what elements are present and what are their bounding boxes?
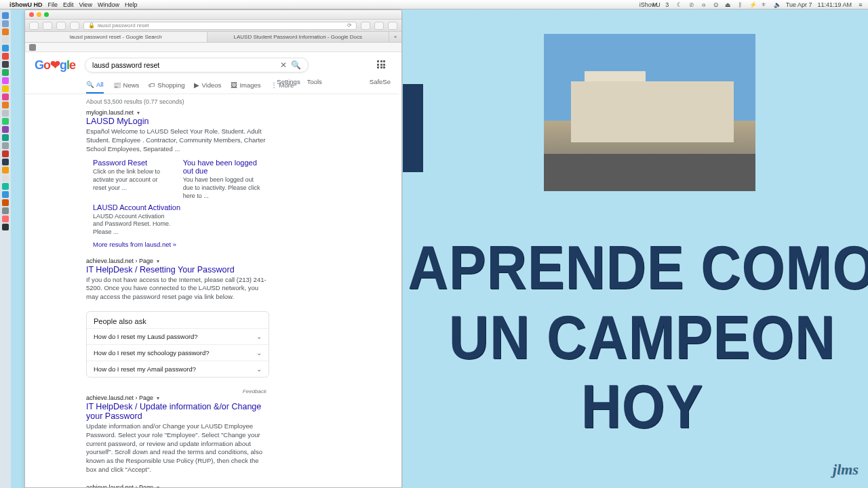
menu-window[interactable]: Window bbox=[98, 1, 119, 8]
clear-search-icon[interactable]: ✕ bbox=[276, 60, 291, 70]
share-button[interactable] bbox=[70, 22, 79, 30]
school-building-photo bbox=[544, 34, 755, 191]
dock-app-icon[interactable] bbox=[2, 69, 9, 76]
dock-app-icon[interactable] bbox=[2, 77, 9, 84]
status-menu-icon[interactable]: ≡ bbox=[857, 1, 864, 8]
new-tab-button[interactable]: + bbox=[389, 32, 401, 42]
dock-app-icon[interactable] bbox=[2, 28, 9, 35]
status-volume-icon[interactable]: 🔈 bbox=[774, 1, 781, 8]
dock-app-icon[interactable] bbox=[2, 159, 9, 165]
nav-tools[interactable]: Tools bbox=[307, 78, 322, 85]
nav-settings[interactable]: Settings bbox=[277, 78, 300, 85]
search-icon[interactable]: 🔍 bbox=[291, 60, 301, 70]
more-results-link[interactable]: More results from lausd.net » bbox=[93, 241, 269, 248]
forward-button[interactable] bbox=[56, 22, 66, 30]
newtab-button[interactable] bbox=[374, 22, 384, 30]
reload-icon[interactable]: ⟳ bbox=[347, 22, 352, 28]
nav-news[interactable]: 📰 News bbox=[113, 78, 140, 94]
app-name[interactable]: iShowU HD bbox=[9, 1, 43, 8]
sitelink-title[interactable]: You have been logged out due bbox=[183, 159, 269, 175]
reader-view-icon[interactable] bbox=[29, 44, 36, 51]
cite-dropdown-icon[interactable]: ▾ bbox=[155, 485, 159, 487]
jlms-logo: jlms bbox=[833, 461, 859, 479]
browser-tab[interactable]: lausd password reset - Google Search bbox=[25, 32, 208, 42]
search-box[interactable]: ✕ 🔍 bbox=[85, 58, 309, 73]
back-button[interactable] bbox=[43, 22, 52, 30]
download-button[interactable] bbox=[361, 22, 370, 30]
paa-question[interactable]: How do I reset my Amail password?⌄ bbox=[87, 361, 269, 377]
dock-app-icon[interactable] bbox=[2, 207, 9, 214]
cite-dropdown-icon[interactable]: ▾ bbox=[155, 395, 159, 401]
status-battery-icon[interactable]: ⚡ bbox=[749, 1, 756, 8]
cite-dropdown-icon[interactable]: ▾ bbox=[136, 110, 140, 116]
nav-safesearch[interactable]: SafeSe bbox=[370, 78, 391, 85]
sitelink-title[interactable]: LAUSD Account Activation bbox=[93, 203, 180, 211]
dock-app-icon[interactable] bbox=[2, 142, 9, 149]
status-eject-icon[interactable]: ⏏ bbox=[725, 1, 732, 8]
close-window-icon[interactable] bbox=[29, 12, 34, 17]
dock-app-icon[interactable] bbox=[2, 94, 9, 100]
sidebar-toggle-button[interactable] bbox=[29, 22, 39, 30]
dock-app-icon[interactable] bbox=[2, 110, 9, 117]
dock-app-icon[interactable] bbox=[2, 126, 9, 133]
nav-videos[interactable]: ▶ Videos bbox=[194, 78, 221, 94]
feedback-link[interactable]: Feedback bbox=[86, 387, 269, 394]
dock-app-icon[interactable] bbox=[2, 53, 9, 60]
status-timemachine-icon[interactable]: ⊙ bbox=[713, 1, 719, 8]
dock-app-icon[interactable] bbox=[2, 134, 9, 141]
dock-app-icon[interactable] bbox=[2, 224, 9, 230]
cite-dropdown-icon[interactable]: ▾ bbox=[155, 258, 159, 264]
dock-mail-icon[interactable] bbox=[2, 45, 9, 52]
browser-tab[interactable]: LAUSD Student Password Information - Goo… bbox=[208, 32, 390, 42]
dock-app-icon[interactable] bbox=[2, 175, 9, 182]
tabs-button[interactable] bbox=[388, 22, 397, 30]
menu-view[interactable]: View bbox=[79, 1, 92, 8]
dock-app-icon[interactable] bbox=[2, 102, 9, 108]
status-wifi-icon[interactable]: ᯤ bbox=[762, 1, 768, 8]
dock-app-icon[interactable] bbox=[2, 61, 9, 68]
result-title[interactable]: IT HelpDesk / Update information &/or Ch… bbox=[86, 402, 269, 421]
nav-all[interactable]: 🔍 All bbox=[86, 78, 104, 94]
search-result: achieve.lausd.net › Page ▾ IT HelpDesk /… bbox=[86, 394, 269, 474]
dock-app-icon[interactable] bbox=[2, 167, 9, 174]
status-3[interactable]: 3 bbox=[664, 1, 671, 8]
result-snippet: Español Welcome to LAUSD Select Your Rol… bbox=[86, 127, 269, 153]
nav-shopping[interactable]: 🏷 Shopping bbox=[149, 78, 184, 94]
minimize-window-icon[interactable] bbox=[37, 12, 41, 17]
status-sync-icon[interactable]: ⌾ bbox=[701, 1, 707, 8]
dock-app-icon[interactable] bbox=[2, 191, 9, 198]
dock-app-icon[interactable] bbox=[2, 118, 9, 125]
paa-question[interactable]: How do I reset my Lausd password?⌄ bbox=[87, 328, 269, 344]
address-bar[interactable]: 🔒 lausd password reset ⟳ bbox=[83, 22, 357, 30]
status-m[interactable]: M bbox=[652, 1, 658, 8]
paa-question[interactable]: How do I reset my schoology password?⌄ bbox=[87, 344, 269, 361]
maximize-window-icon[interactable] bbox=[44, 12, 49, 17]
google-logo[interactable]: Go❤gle bbox=[35, 58, 75, 73]
status-ishowu[interactable]: iShowU HD bbox=[639, 1, 646, 8]
nav-images[interactable]: 🖼 Images bbox=[231, 78, 260, 94]
status-display-icon[interactable]: ⎚ bbox=[688, 1, 695, 8]
dock-app-icon[interactable] bbox=[2, 183, 9, 190]
search-input[interactable] bbox=[92, 61, 276, 69]
menubar-time[interactable]: 11:41:19 AM bbox=[817, 1, 852, 8]
result-stats: About 53,500 results (0.77 seconds) bbox=[25, 94, 399, 109]
google-apps-icon[interactable] bbox=[377, 60, 387, 70]
dock-app-icon[interactable] bbox=[2, 216, 9, 222]
menu-edit[interactable]: Edit bbox=[63, 1, 74, 8]
dock-safari-icon[interactable] bbox=[2, 20, 9, 27]
dock-app-icon[interactable] bbox=[2, 150, 9, 157]
dock-app-icon[interactable] bbox=[2, 199, 9, 206]
menu-help[interactable]: Help bbox=[125, 1, 138, 8]
dock-app-icon[interactable] bbox=[2, 85, 9, 92]
status-bluetooth-icon[interactable]: ᛒ bbox=[737, 1, 744, 8]
dock-finder-icon[interactable] bbox=[2, 12, 9, 19]
dock-app-icon[interactable] bbox=[2, 37, 9, 43]
menu-file[interactable]: File bbox=[48, 1, 58, 8]
result-title[interactable]: IT HelpDesk / Resetting Your Password bbox=[86, 265, 269, 274]
status-dnd-icon[interactable]: ☾ bbox=[676, 1, 683, 8]
sitelink-title[interactable]: Password Reset bbox=[93, 159, 163, 167]
window-titlebar bbox=[25, 10, 401, 20]
menubar-date[interactable]: Tue Apr 7 bbox=[786, 1, 812, 8]
result-title[interactable]: LAUSD MyLogin bbox=[86, 117, 269, 126]
url-text: lausd password reset bbox=[98, 22, 149, 28]
